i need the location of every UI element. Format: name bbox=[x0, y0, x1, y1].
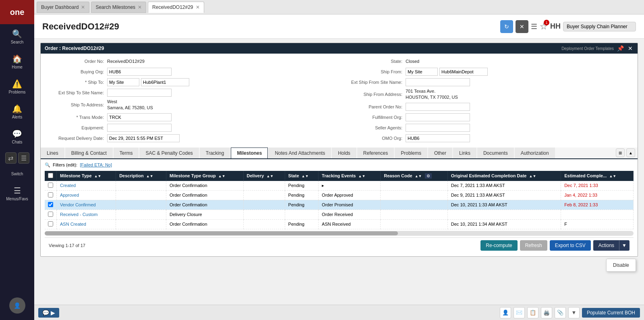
tab-received-do12-29[interactable]: ReceivedDO12#29 ✕ bbox=[148, 2, 204, 13]
tab-holds[interactable]: Holds bbox=[332, 148, 356, 158]
parent-order-input[interactable] bbox=[406, 103, 470, 111]
th-state[interactable]: State ▲▼ bbox=[285, 171, 318, 181]
tab-links[interactable]: Links bbox=[453, 148, 476, 158]
tab-terms[interactable]: Terms bbox=[114, 148, 139, 158]
disable-popup[interactable]: Disable bbox=[606, 259, 636, 272]
export-csv-button[interactable]: Export to CSV bbox=[550, 240, 591, 251]
ship-from-input-1[interactable] bbox=[406, 68, 438, 76]
milestone-type-link[interactable]: Vendor Confirmed bbox=[60, 202, 96, 207]
tab-authorization[interactable]: Authorization bbox=[515, 148, 555, 158]
omo-org-input[interactable] bbox=[406, 134, 470, 142]
row-checkbox-cell[interactable] bbox=[45, 210, 57, 219]
row-checkbox[interactable] bbox=[48, 202, 53, 207]
tab-milestones[interactable]: Milestones bbox=[231, 148, 268, 158]
tab-tracking[interactable]: Tracking bbox=[200, 148, 230, 158]
milestone-type-link[interactable]: Created bbox=[60, 183, 76, 188]
row-checkbox[interactable] bbox=[48, 212, 53, 217]
tab-sac[interactable]: SAC & Penalty Codes bbox=[139, 148, 199, 158]
footer-email-icon-btn[interactable]: ✉️ bbox=[514, 307, 525, 318]
populate-boh-button[interactable]: Populate Current BOH bbox=[582, 308, 640, 318]
user-role-select[interactable]: Buyer Supply Chain Planner bbox=[563, 22, 636, 31]
actions-dropdown-arrow[interactable]: ▼ bbox=[619, 240, 630, 251]
tab-lines[interactable]: Lines bbox=[41, 148, 64, 158]
footer-copy-icon-btn[interactable]: 📋 bbox=[527, 307, 538, 318]
footer-chat-button[interactable]: 💬 ▶ bbox=[38, 308, 59, 318]
footer-user-icon-btn[interactable]: 👤 bbox=[500, 307, 511, 318]
panel-close-btn[interactable]: ✕ bbox=[627, 45, 634, 52]
switch-btn-2[interactable]: ☰ bbox=[18, 152, 29, 164]
tab-close-search-milestones[interactable]: ✕ bbox=[138, 4, 142, 10]
select-all-checkbox[interactable] bbox=[48, 173, 53, 178]
sidebar-item-switch[interactable]: Switch bbox=[0, 167, 34, 181]
footer-attach-icon-btn[interactable]: 📎 bbox=[555, 307, 566, 318]
req-delivery-input[interactable] bbox=[107, 134, 180, 142]
ship-to-input-2[interactable] bbox=[141, 78, 189, 86]
fulfillment-org-input[interactable] bbox=[406, 113, 470, 121]
ext-ship-to-input[interactable] bbox=[107, 89, 172, 97]
tab-billing[interactable]: Billing & Contact bbox=[65, 148, 113, 158]
seller-agents-input[interactable] bbox=[406, 124, 470, 132]
user-avatar[interactable]: 👤 bbox=[9, 297, 25, 314]
footer-dropdown-icon-btn[interactable]: ▼ bbox=[568, 307, 580, 318]
close-button[interactable]: ✕ bbox=[516, 20, 528, 33]
trans-mode-input[interactable] bbox=[107, 113, 172, 121]
actions-button[interactable]: Actions bbox=[593, 240, 619, 251]
th-delivery[interactable]: Delivery ▲▼ bbox=[243, 171, 285, 181]
th-milestone-type[interactable]: Milestone Type ▲▼ bbox=[57, 171, 116, 181]
notification-badge[interactable]: ☆ 1 bbox=[540, 21, 548, 32]
tab-buyer-dashboard[interactable]: Buyer Dashboard ✕ bbox=[37, 2, 89, 13]
refresh-button[interactable]: ↻ bbox=[500, 20, 513, 33]
tab-close-received-do12-29[interactable]: ✕ bbox=[196, 4, 200, 10]
menu-icon[interactable]: ☰ bbox=[531, 22, 537, 31]
th-milestone-type-group[interactable]: Milestone Type Group ▲▼ bbox=[166, 171, 244, 181]
reason-code-settings[interactable]: ⚙ bbox=[425, 173, 432, 179]
ship-from-input-2[interactable] bbox=[439, 68, 488, 76]
milestone-type-link[interactable]: ASN Created bbox=[60, 222, 86, 226]
th-estimated-complete[interactable]: Estimated Comple... ▲▼ bbox=[561, 171, 634, 181]
milestone-type-link[interactable]: Received - Custom bbox=[60, 212, 98, 217]
row-checkbox[interactable] bbox=[48, 221, 53, 226]
filter-value[interactable]: [Failed ETA: No] bbox=[80, 162, 112, 167]
equipment-input[interactable] bbox=[107, 124, 172, 132]
tab-expand-btn[interactable]: ⊞ bbox=[616, 148, 625, 157]
tab-problems[interactable]: Problems bbox=[395, 148, 427, 158]
tab-notes[interactable]: Notes And Attachments bbox=[269, 148, 331, 158]
panel-pin-btn[interactable]: 📌 bbox=[616, 45, 625, 52]
th-description[interactable]: Description ▲▼ bbox=[116, 171, 166, 181]
tab-close-buyer-dashboard[interactable]: ✕ bbox=[81, 4, 85, 10]
tab-collapse-btn[interactable]: ▲ bbox=[626, 148, 635, 157]
th-original-estimated[interactable]: Original Estimated Completion Date ▲▼ bbox=[447, 171, 561, 181]
th-tracking-events[interactable]: Tracking Events ▲▼ bbox=[319, 171, 381, 181]
ext-ship-from-input[interactable] bbox=[406, 78, 470, 86]
cell-group: Order Confirmation bbox=[166, 200, 244, 210]
sidebar-item-home[interactable]: 🏠 Home bbox=[0, 49, 34, 74]
equipment-label: Equipment: bbox=[47, 125, 107, 130]
switch-btn-1[interactable]: ⇄ bbox=[5, 152, 17, 164]
row-checkbox[interactable] bbox=[48, 183, 53, 188]
th-reason-code[interactable]: Reason Code ▲▼ ⚙ bbox=[381, 171, 448, 181]
row-checkbox-cell[interactable] bbox=[45, 190, 57, 200]
row-checkbox-cell[interactable] bbox=[45, 181, 57, 191]
buying-org-input[interactable] bbox=[107, 68, 172, 76]
tab-other[interactable]: Other bbox=[428, 148, 452, 158]
row-checkbox-cell[interactable] bbox=[45, 200, 57, 210]
row-checkbox[interactable] bbox=[48, 192, 53, 197]
footer-print-icon-btn[interactable]: 🖨️ bbox=[541, 307, 552, 318]
sidebar-item-search[interactable]: 🔍 Search bbox=[0, 24, 34, 49]
row-checkbox-cell[interactable] bbox=[45, 219, 57, 229]
th-select-all[interactable] bbox=[45, 171, 57, 181]
tab-documents[interactable]: Documents bbox=[477, 148, 514, 158]
app-logo[interactable]: one bbox=[0, 0, 34, 24]
horizontal-scrollbar[interactable] bbox=[45, 231, 634, 236]
tab-references[interactable]: References bbox=[357, 148, 394, 158]
sidebar-item-problems[interactable]: ⚠️ Problems bbox=[0, 74, 34, 99]
refresh-milestones-button[interactable]: Refresh bbox=[520, 240, 547, 251]
sidebar-item-chats[interactable]: 💬 Chats bbox=[0, 124, 34, 149]
cell-milestone-type: Approved bbox=[57, 190, 116, 200]
sidebar-item-alerts[interactable]: 🔔 Alerts bbox=[0, 99, 34, 124]
ship-to-input-1[interactable] bbox=[107, 78, 139, 86]
recompute-button[interactable]: Re-compute bbox=[480, 240, 517, 251]
milestone-type-link[interactable]: Approved bbox=[60, 193, 79, 197]
sidebar-item-menus[interactable]: ☰ Menus/Favs bbox=[0, 181, 34, 206]
tab-search-milestones[interactable]: Search Milestones ✕ bbox=[91, 2, 146, 13]
